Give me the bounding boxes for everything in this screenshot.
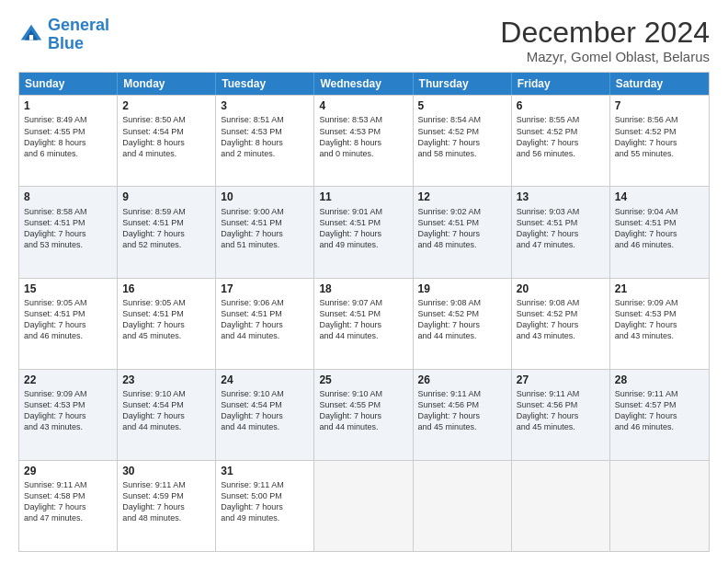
- day-number: 5: [418, 98, 506, 113]
- day-number: 7: [615, 98, 704, 113]
- day-info: Sunrise: 8:51 AM: [221, 115, 284, 124]
- day-info: Sunrise: 9:05 AM: [122, 298, 186, 307]
- day-info: and 44 minutes.: [319, 331, 378, 340]
- day-info: Sunrise: 9:11 AM: [122, 480, 186, 489]
- day-info: Sunset: 4:52 PM: [615, 127, 677, 136]
- calendar-header: Sunday Monday Tuesday Wednesday Thursday…: [19, 73, 709, 95]
- day-info: Daylight: 7 hours: [24, 229, 86, 238]
- day-info: Sunset: 4:52 PM: [418, 309, 480, 318]
- day-info: Sunset: 4:52 PM: [517, 127, 578, 136]
- day-info: Sunset: 4:54 PM: [122, 400, 184, 409]
- day-info: and 44 minutes.: [418, 331, 477, 340]
- day-info: Sunrise: 8:56 AM: [615, 115, 678, 124]
- day-info: and 4 minutes.: [122, 149, 176, 158]
- day-info: and 47 minutes.: [24, 513, 83, 523]
- calendar-cell: 7Sunrise: 8:56 AMSunset: 4:52 PMDaylight…: [610, 96, 709, 186]
- calendar-week-3: 15Sunrise: 9:05 AMSunset: 4:51 PMDayligh…: [19, 278, 709, 369]
- day-number: 25: [319, 373, 407, 387]
- day-info: Sunset: 4:51 PM: [319, 309, 381, 318]
- day-info: Daylight: 7 hours: [615, 411, 677, 420]
- day-info: Sunset: 4:59 PM: [122, 491, 184, 500]
- header-tuesday: Tuesday: [216, 73, 314, 95]
- day-info: and 49 minutes.: [221, 513, 279, 523]
- day-info: Sunrise: 9:11 AM: [221, 480, 284, 489]
- calendar-cell: [610, 461, 709, 551]
- day-info: Daylight: 7 hours: [319, 229, 381, 238]
- calendar-cell: 22Sunrise: 9:09 AMSunset: 4:53 PMDayligh…: [19, 370, 118, 460]
- day-info: Sunset: 4:58 PM: [24, 491, 85, 500]
- day-info: Daylight: 7 hours: [221, 229, 283, 238]
- day-info: Sunset: 4:56 PM: [517, 400, 578, 409]
- day-info: Sunset: 4:51 PM: [221, 218, 282, 227]
- title-block: December 2024 Mazyr, Gomel Oblast, Belar…: [500, 17, 710, 64]
- calendar-cell: 13Sunrise: 9:03 AMSunset: 4:51 PMDayligh…: [512, 187, 610, 277]
- day-info: and 0 minutes.: [319, 149, 373, 158]
- calendar-cell: 29Sunrise: 9:11 AMSunset: 4:58 PMDayligh…: [19, 461, 118, 551]
- calendar-cell: 12Sunrise: 9:02 AMSunset: 4:51 PMDayligh…: [414, 187, 512, 277]
- calendar-cell: 3Sunrise: 8:51 AMSunset: 4:53 PMDaylight…: [216, 96, 314, 186]
- day-info: Sunrise: 8:50 AM: [122, 115, 186, 124]
- day-info: Sunset: 4:54 PM: [122, 127, 184, 136]
- day-number: 1: [24, 98, 112, 113]
- logo: GeneralBlue: [18, 17, 109, 53]
- day-info: Daylight: 7 hours: [122, 320, 185, 329]
- day-info: Sunrise: 8:53 AM: [319, 115, 382, 124]
- calendar-cell: 10Sunrise: 9:00 AMSunset: 4:51 PMDayligh…: [216, 187, 314, 277]
- day-number: 18: [319, 282, 407, 296]
- calendar-cell: 28Sunrise: 9:11 AMSunset: 4:57 PMDayligh…: [610, 370, 709, 460]
- day-number: 29: [24, 464, 112, 478]
- day-number: 27: [517, 373, 605, 387]
- day-info: Sunrise: 9:09 AM: [24, 389, 87, 398]
- calendar-cell: 9Sunrise: 8:59 AMSunset: 4:51 PMDaylight…: [118, 187, 216, 277]
- day-info: and 45 minutes.: [517, 422, 575, 431]
- day-info: Sunset: 5:00 PM: [221, 491, 282, 500]
- day-info: Sunrise: 9:06 AM: [221, 298, 284, 307]
- day-info: Sunset: 4:51 PM: [319, 218, 381, 227]
- day-info: and 49 minutes.: [319, 240, 378, 249]
- day-info: Daylight: 7 hours: [517, 229, 579, 238]
- header-friday: Friday: [512, 73, 610, 95]
- day-info: Sunrise: 9:10 AM: [221, 389, 284, 398]
- day-info: and 2 minutes.: [221, 149, 275, 158]
- day-number: 8: [24, 190, 112, 204]
- day-info: Daylight: 7 hours: [319, 320, 381, 329]
- day-info: and 43 minutes.: [24, 422, 83, 431]
- day-number: 19: [418, 282, 506, 296]
- calendar-cell: 27Sunrise: 9:11 AMSunset: 4:56 PMDayligh…: [512, 370, 610, 460]
- calendar-cell: 18Sunrise: 9:07 AMSunset: 4:51 PMDayligh…: [314, 279, 413, 369]
- day-info: Sunrise: 9:10 AM: [319, 389, 382, 398]
- header-thursday: Thursday: [414, 73, 512, 95]
- day-info: Sunset: 4:51 PM: [24, 218, 85, 227]
- day-number: 4: [319, 98, 407, 113]
- day-info: Sunset: 4:53 PM: [221, 127, 282, 136]
- day-number: 2: [122, 98, 210, 113]
- day-number: 10: [221, 190, 309, 204]
- day-info: Sunset: 4:51 PM: [24, 309, 85, 318]
- day-info: Sunset: 4:55 PM: [24, 127, 85, 136]
- day-info: Sunrise: 9:04 AM: [615, 207, 678, 216]
- day-info: Sunrise: 9:11 AM: [24, 480, 87, 489]
- day-info: and 55 minutes.: [615, 149, 674, 158]
- day-number: 3: [221, 98, 309, 113]
- day-number: 13: [517, 190, 605, 204]
- calendar-cell: 5Sunrise: 8:54 AMSunset: 4:52 PMDaylight…: [414, 96, 512, 186]
- day-info: Daylight: 7 hours: [517, 320, 579, 329]
- day-info: Daylight: 7 hours: [122, 411, 185, 420]
- calendar-cell: 2Sunrise: 8:50 AMSunset: 4:54 PMDaylight…: [118, 96, 216, 186]
- day-info: Daylight: 8 hours: [319, 138, 381, 147]
- day-info: and 43 minutes.: [615, 331, 674, 340]
- calendar-cell: 11Sunrise: 9:01 AMSunset: 4:51 PMDayligh…: [314, 187, 413, 277]
- header-saturday: Saturday: [610, 73, 709, 95]
- day-info: Daylight: 7 hours: [418, 229, 481, 238]
- day-info: Sunset: 4:52 PM: [418, 127, 480, 136]
- calendar-week-4: 22Sunrise: 9:09 AMSunset: 4:53 PMDayligh…: [19, 369, 709, 460]
- day-info: Daylight: 7 hours: [517, 411, 579, 420]
- logo-text: GeneralBlue: [48, 17, 109, 53]
- day-info: Daylight: 7 hours: [221, 502, 283, 511]
- day-info: Sunrise: 8:54 AM: [418, 115, 482, 124]
- day-info: and 6 minutes.: [24, 149, 78, 158]
- calendar-cell: 23Sunrise: 9:10 AMSunset: 4:54 PMDayligh…: [118, 370, 216, 460]
- day-info: Daylight: 7 hours: [24, 320, 86, 329]
- calendar-cell: 15Sunrise: 9:05 AMSunset: 4:51 PMDayligh…: [19, 279, 118, 369]
- calendar-cell: [512, 461, 610, 551]
